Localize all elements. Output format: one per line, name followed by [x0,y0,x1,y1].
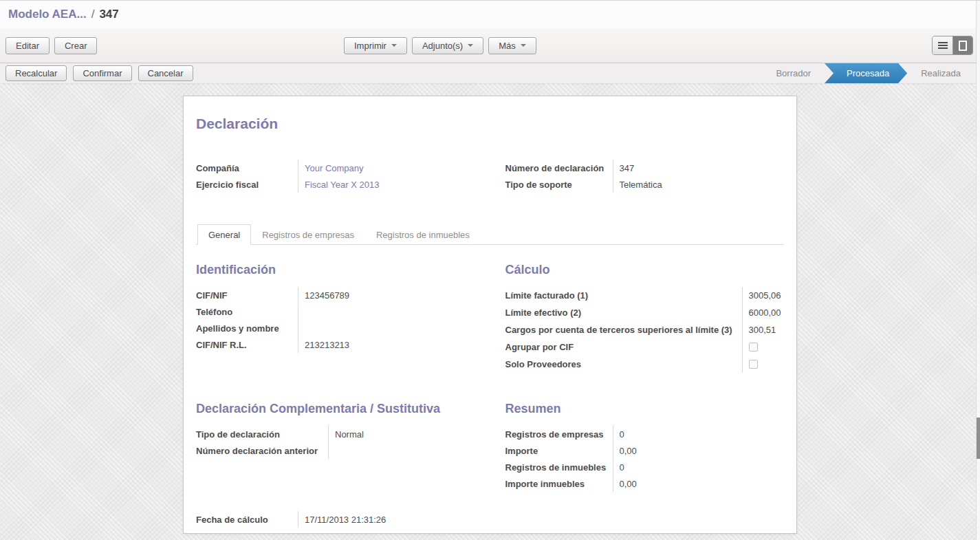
toolbar: Editar Crear Imprimir Adjunto(s) Más [0,28,980,63]
field-label: Límite facturado (1) [505,287,742,304]
form-view-button[interactable] [952,36,972,54]
field-value: 0 [613,459,785,475]
header-fields-right: Número de declaración 347 Tipo de soport… [505,160,785,193]
field-label: Apellidos y nombre [196,320,298,336]
status-step-realizada[interactable]: Realizada [907,63,974,83]
field-value: 213213213 [298,336,475,353]
toolbar-center-group: Imprimir Adjunto(s) Más [344,37,536,54]
field-label: Fecha de cálculo [196,511,298,528]
field-label: CIF/NIF R.L. [196,336,298,353]
field-row-fecha-de-calculo: Fecha de cálculo 17/11/2013 21:31:26 [196,511,490,528]
breadcrumb-current: 347 [99,8,118,21]
tab-registros-de-inmuebles[interactable]: Registros de inmuebles [365,224,481,245]
content-area: Declaración Compañía Your Company Ejerci… [0,83,980,540]
section-resumen: Resumen Registros de empresas 0 Importe … [505,402,785,492]
view-switcher [932,36,973,55]
field-label: Teléfono [196,303,298,320]
field-label: Registros de inmuebles [505,459,613,475]
status-steps: Borrador Procesada Realizada [762,63,974,83]
recalculate-button[interactable]: Recalcular [6,65,67,81]
field-row-limite-efectivo: Límite efectivo (2) 6000,00 [505,304,785,321]
field-label: Importe inmuebles [505,475,613,492]
create-button[interactable]: Crear [54,37,98,54]
field-row-ejercicio-fiscal: Ejercicio fiscal Fiscal Year X 2013 [196,176,475,193]
toolbar-left-group: Editar Crear [6,37,97,54]
field-label: Registros de empresas [505,426,613,442]
field-value: 0,00 [613,475,785,492]
field-row-numero-declaracion: Número de declaración 347 [505,160,785,176]
list-view-button[interactable] [933,36,952,54]
tab-general[interactable]: General [197,224,251,245]
form-view-icon [959,41,967,51]
confirm-button[interactable]: Confirmar [73,65,131,81]
field-value: 17/11/2013 21:31:26 [298,511,490,528]
field-row-importe: Importe 0,00 [505,442,785,459]
more-dropdown-button[interactable]: Más [488,37,536,54]
field-row-apellidos-y-nombre: Apellidos y nombre [196,320,475,336]
vertical-scrollbar[interactable] [976,1,980,540]
field-row-registros-empresas: Registros de empresas 0 [505,426,785,442]
section-title: Cálculo [505,263,785,277]
status-step-procesada[interactable]: Procesada [825,63,907,83]
field-row-tipo-declaracion: Tipo de declaración Normal [196,426,475,442]
field-row-cif-nif-rl: CIF/NIF R.L. 213213213 [196,336,475,353]
field-label: Compañía [196,160,298,176]
form-sheet: Declaración Compañía Your Company Ejerci… [183,96,797,534]
section-identificacion: Identificación CIF/NIF 123456789 Teléfon… [196,263,475,373]
field-row-tipo-soporte: Tipo de soporte Telemática [505,176,785,193]
notebook-tabs: General Registros de empresas Registros … [196,224,784,245]
field-row-importe-inmuebles: Importe inmuebles 0,00 [505,475,785,492]
field-label: Número declaración anterior [196,442,328,459]
field-row-limite-facturado: Límite facturado (1) 3005,06 [505,287,785,304]
caret-down-icon [468,44,473,47]
sheet-footer: Fecha de cálculo 17/11/2013 21:31:26 [196,511,490,528]
header-fields-left: Compañía Your Company Ejercicio fiscal F… [196,160,475,193]
field-label: Tipo de declaración [196,426,328,442]
field-value: 0,00 [613,442,785,459]
field-label: Importe [505,442,613,459]
attachments-dropdown-button[interactable]: Adjunto(s) [412,37,483,54]
status-step-borrador[interactable]: Borrador [762,63,825,83]
page: Modelo AEA... / 347 Editar Crear Imprimi… [0,0,980,540]
field-row-compania: Compañía Your Company [196,160,475,176]
field-row-cif-nif: CIF/NIF 123456789 [196,287,475,303]
field-label: Tipo de soporte [505,176,613,193]
attachments-label: Adjunto(s) [422,41,463,51]
section-calculo: Cálculo Límite facturado (1) 3005,06 Lím… [505,263,785,373]
field-value: Normal [328,426,475,442]
field-label: Solo Proveedores [505,356,742,373]
print-label: Imprimir [354,41,386,51]
field-row-solo-proveedores: Solo Proveedores [505,356,785,373]
field-value [742,356,785,373]
tab-registros-de-empresas[interactable]: Registros de empresas [251,224,365,245]
field-value: 300,51 [742,321,785,338]
field-row-cargos-terceros: Cargos por cuenta de terceros superiores… [505,321,785,338]
section-title: Identificación [196,263,475,277]
cancel-button[interactable]: Cancelar [138,65,193,81]
solo-proveedores-checkbox[interactable] [749,360,758,369]
caret-down-icon [521,44,526,47]
edit-button[interactable]: Editar [6,37,50,54]
field-row-agrupar-por-cif: Agrupar por CIF [505,338,785,356]
field-value [298,320,475,336]
fiscal-year-link[interactable]: Fiscal Year X 2013 [298,176,475,193]
company-link[interactable]: Your Company [298,160,475,176]
field-value: 123456789 [298,287,475,303]
field-value: Telemática [613,176,785,193]
field-value: 0 [613,426,785,442]
print-dropdown-button[interactable]: Imprimir [344,37,407,54]
status-bar: Recalcular Confirmar Cancelar Borrador P… [0,63,980,83]
section-complementaria: Declaración Complementaria / Sustitutiva… [196,402,475,492]
section-title: Declaración Complementaria / Sustitutiva [196,402,475,416]
field-row-numero-declaracion-anterior: Número declaración anterior [196,442,475,459]
field-label: Ejercicio fiscal [196,176,298,193]
caret-down-icon [391,44,397,47]
field-label: CIF/NIF [196,287,298,303]
section-title: Resumen [505,402,785,416]
field-value [742,338,785,356]
breadcrumb-parent-link[interactable]: Modelo AEA... [8,8,87,21]
scrollbar-thumb[interactable] [977,418,980,459]
agrupar-por-cif-checkbox[interactable] [749,343,758,352]
field-label: Número de declaración [505,160,613,176]
field-value: 3005,06 [742,287,785,304]
